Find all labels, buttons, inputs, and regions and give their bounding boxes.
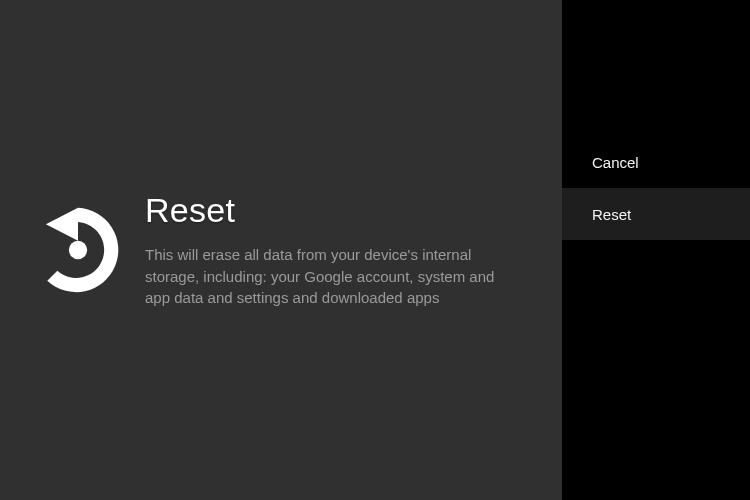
page-description: This will erase all data from your devic… xyxy=(145,244,512,309)
page-title: Reset xyxy=(145,191,512,230)
reset-icon xyxy=(10,195,145,305)
text-block: Reset This will erase all data from your… xyxy=(145,191,562,309)
menu-item-label: Reset xyxy=(592,206,631,223)
svg-point-0 xyxy=(68,241,86,259)
cancel-button[interactable]: Cancel xyxy=(562,136,750,188)
main-panel: Reset This will erase all data from your… xyxy=(0,0,562,500)
menu-item-label: Cancel xyxy=(592,154,639,171)
reset-button[interactable]: Reset xyxy=(562,188,750,240)
side-panel: Cancel Reset xyxy=(562,0,750,500)
